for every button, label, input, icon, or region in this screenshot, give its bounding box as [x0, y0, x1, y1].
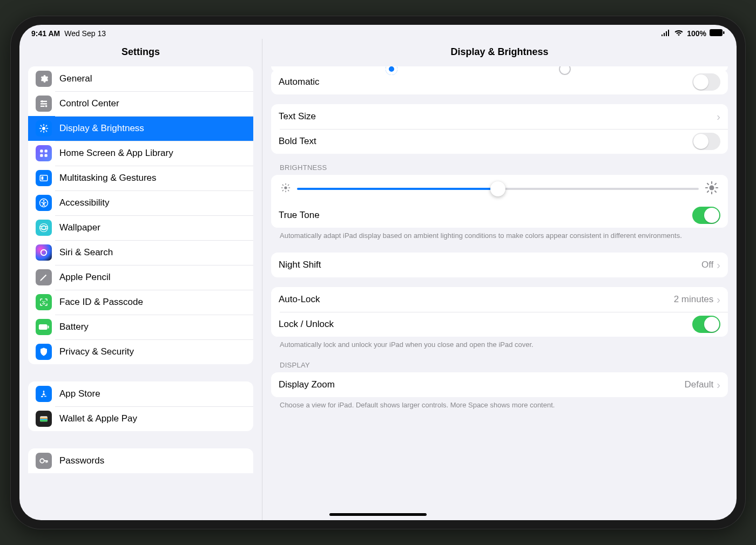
sidebar-item-label: Face ID & Passcode [59, 297, 246, 308]
svg-rect-32 [40, 420, 48, 421]
battery-icon [36, 319, 52, 335]
display-brightness-icon [36, 120, 52, 137]
true-tone-row[interactable]: True Tone [271, 203, 728, 228]
sidebar-group-1: GeneralControl CenterDisplay & Brightnes… [28, 66, 253, 364]
svg-rect-18 [42, 176, 44, 180]
sidebar-item-accessibility[interactable]: Accessibility [28, 190, 253, 215]
automatic-row[interactable]: Automatic [271, 70, 728, 94]
sidebar-group-3: Passwords [28, 448, 253, 473]
status-bar: 9:41 AM Wed Sep 13 100% [19, 25, 737, 40]
svg-rect-14 [45, 149, 48, 152]
sidebar-item-app-store[interactable]: App Store [28, 382, 253, 406]
appearance-group: Automatic [271, 70, 728, 94]
settings-title: Settings [19, 39, 262, 66]
lock-group: Auto-Lock 2 minutes › Lock / Unlock [271, 287, 728, 337]
text-group: Text Size › Bold Text [271, 104, 728, 154]
svg-point-4 [42, 127, 45, 130]
sidebar-item-label: Wallet & Apple Pay [59, 413, 246, 424]
display-header: DISPLAY [280, 361, 719, 369]
wallpaper-icon [36, 220, 52, 236]
detail-pane: Display & Brightness Automatic Text Size… [262, 39, 737, 520]
svg-line-49 [715, 191, 716, 192]
brightness-group: True Tone [271, 175, 728, 228]
night-shift-row[interactable]: Night Shift Off › [271, 253, 728, 277]
ipad-frame: 9:41 AM Wed Sep 13 100% Settings [11, 16, 745, 529]
chevron-right-icon: › [717, 379, 720, 390]
svg-rect-28 [48, 326, 49, 329]
svg-line-11 [40, 131, 42, 132]
home-indicator[interactable] [329, 513, 427, 516]
sidebar-item-wallet[interactable]: Wallet & Apple Pay [28, 406, 253, 431]
sidebar-item-label: Home Screen & App Library [59, 148, 246, 159]
sidebar-item-multitasking[interactable]: Multitasking & Gestures [28, 166, 253, 190]
lock-unlock-row[interactable]: Lock / Unlock [271, 312, 728, 337]
text-size-row[interactable]: Text Size › [271, 104, 728, 129]
svg-point-24 [41, 250, 47, 256]
privacy-icon [36, 344, 52, 360]
zoom-footer: Choose a view for iPad. Default shows la… [280, 400, 719, 410]
lock-unlock-toggle[interactable] [692, 316, 720, 333]
lock-footer: Automatically lock and unlock your iPad … [280, 340, 719, 350]
sidebar-item-passwords[interactable]: Passwords [28, 448, 253, 473]
sidebar-item-label: Apple Pencil [59, 272, 246, 283]
control-center-icon [36, 96, 52, 112]
sidebar-item-apple-pencil[interactable]: Apple Pencil [28, 265, 253, 290]
svg-point-25 [42, 301, 43, 302]
sidebar-item-siri-search[interactable]: Siri & Search [28, 240, 253, 265]
sidebar-item-home-screen[interactable]: Home Screen & App Library [28, 141, 253, 166]
true-tone-toggle[interactable] [692, 207, 720, 224]
svg-point-23 [40, 226, 48, 229]
sidebar-item-label: Control Center [59, 98, 246, 109]
display-zoom-value: Default [684, 379, 713, 390]
sidebar-item-wallpaper[interactable]: Wallpaper [28, 215, 253, 240]
svg-point-20 [43, 200, 45, 202]
svg-rect-15 [40, 154, 43, 157]
home-screen-icon [36, 145, 52, 161]
svg-line-51 [715, 183, 716, 185]
display-zoom-row[interactable]: Display Zoom Default › [271, 372, 728, 397]
brightness-slider[interactable] [297, 188, 699, 190]
lock-unlock-label: Lock / Unlock [279, 319, 692, 330]
sidebar-item-control-center[interactable]: Control Center [28, 91, 253, 116]
auto-lock-value: 2 minutes [674, 294, 714, 305]
sidebar-group-2: App StoreWallet & Apple Pay [28, 382, 253, 431]
faceid-icon [36, 294, 52, 310]
sun-small-icon [281, 183, 291, 195]
sidebar-item-general[interactable]: General [28, 66, 253, 91]
detail-title: Display & Brightness [262, 39, 737, 66]
svg-rect-0 [710, 29, 723, 36]
display-zoom-label: Display Zoom [279, 379, 684, 390]
svg-point-26 [45, 301, 46, 302]
svg-point-3 [41, 100, 43, 103]
svg-point-22 [40, 224, 48, 232]
auto-lock-row[interactable]: Auto-Lock 2 minutes › [271, 287, 728, 312]
true-tone-label: True Tone [279, 210, 692, 221]
svg-line-9 [40, 125, 42, 126]
automatic-toggle[interactable] [692, 73, 720, 91]
general-icon [36, 71, 52, 87]
sidebar-item-label: Battery [59, 322, 246, 332]
svg-point-43 [710, 186, 714, 190]
sidebar-item-privacy[interactable]: Privacy & Security [28, 339, 253, 364]
sidebar-item-battery[interactable]: Battery [28, 315, 253, 339]
battery-icon [710, 29, 725, 38]
sidebar-item-label: Siri & Search [59, 247, 246, 258]
svg-rect-31 [40, 419, 48, 420]
display-zoom-group: Display Zoom Default › [271, 372, 728, 397]
brightness-thumb[interactable] [490, 181, 505, 196]
night-shift-value: Off [701, 260, 713, 270]
sidebar-item-display-brightness[interactable]: Display & Brightness [28, 116, 253, 141]
bold-text-toggle[interactable] [692, 133, 720, 150]
chevron-right-icon: › [717, 260, 720, 270]
bold-text-label: Bold Text [279, 136, 692, 147]
auto-lock-label: Auto-Lock [279, 294, 674, 305]
brightness-slider-row[interactable] [271, 175, 728, 203]
apple-pencil-icon [36, 269, 52, 285]
svg-line-48 [707, 183, 708, 185]
svg-rect-30 [40, 418, 48, 419]
night-shift-label: Night Shift [279, 260, 701, 270]
svg-line-12 [46, 125, 47, 126]
svg-rect-16 [45, 154, 48, 157]
sidebar-item-faceid[interactable]: Face ID & Passcode [28, 290, 253, 315]
bold-text-row[interactable]: Bold Text [271, 129, 728, 154]
